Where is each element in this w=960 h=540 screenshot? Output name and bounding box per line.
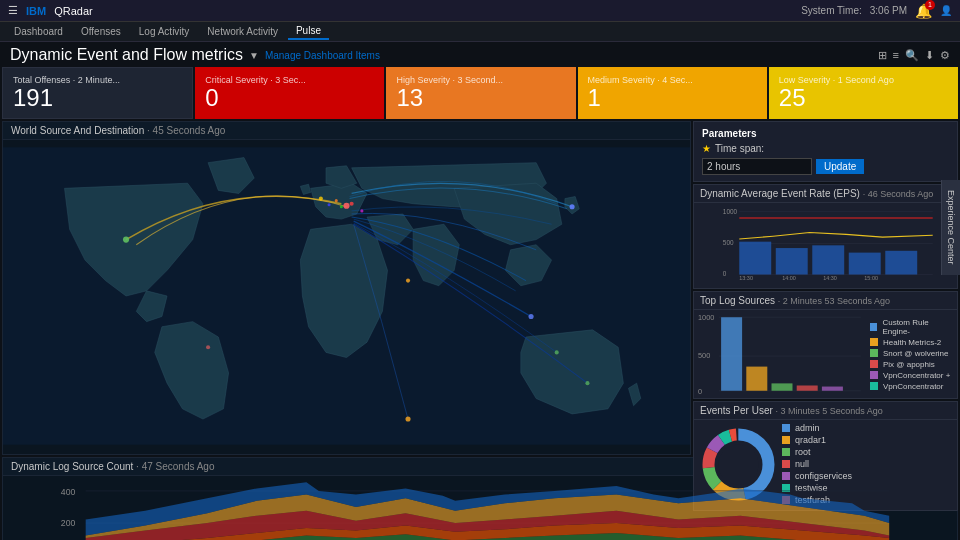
map-container: [3, 140, 690, 452]
map-panel-title: World Source And Destination · 45 Second…: [3, 122, 690, 140]
svg-text:0: 0: [698, 387, 702, 396]
eps-chart-panel: Dynamic Average Event Rate (EPS) · 46 Se…: [693, 184, 958, 289]
top-bar-left: ☰ IBM QRadar: [8, 4, 93, 17]
tab-offenses[interactable]: Offenses: [73, 24, 129, 39]
manage-dashboard-link[interactable]: Manage Dashboard Items: [265, 50, 380, 61]
params-time-row: ★ Time span:: [702, 143, 949, 154]
svg-text:15:00: 15:00: [864, 275, 878, 280]
svg-point-5: [406, 279, 410, 283]
metric-low: Low Severity · 1 Second Ago 25: [769, 67, 958, 119]
experience-center-tab[interactable]: Experience Center: [941, 180, 960, 275]
metric-high: High Severity · 3 Second... 13: [386, 67, 575, 119]
svg-text:1000: 1000: [723, 208, 738, 215]
system-time: 3:06 PM: [870, 5, 907, 16]
metric-total-value: 191: [13, 85, 182, 111]
svg-text:13:30: 13:30: [739, 275, 753, 280]
legend-null: null: [782, 459, 953, 469]
svg-rect-27: [885, 251, 917, 275]
params-time-label: Time span:: [715, 143, 764, 154]
legend-root: root: [782, 447, 953, 457]
log-sources-svg: 1000 500 0: [698, 312, 866, 396]
legend-qradar1: qradar1: [782, 435, 953, 445]
bottom-chart-svg: 400 200 14:10 14:30 15:00 14:50 15:00: [3, 476, 957, 540]
svg-point-3: [570, 204, 575, 209]
log-sources-body: 1000 500 0 Custom Ru: [694, 310, 957, 398]
ibm-logo: IBM: [26, 5, 46, 17]
download-icon[interactable]: ⬇: [925, 49, 934, 62]
metric-medium-value: 1: [588, 85, 757, 111]
world-map-svg: [3, 140, 690, 452]
log-sources-legend: Custom Rule Engine- Health Metrics-2 Sno…: [866, 312, 953, 396]
page-title: Dynamic Event and Flow metrics: [10, 46, 243, 64]
tab-network-activity[interactable]: Network Activity: [199, 24, 286, 39]
metric-critical-label: Critical Severity · 3 Sec...: [205, 75, 374, 85]
svg-rect-25: [812, 245, 844, 274]
log-sources-panel: Top Log Sources · 2 Minutes 53 Seconds A…: [693, 291, 958, 399]
tab-dashboard[interactable]: Dashboard: [6, 24, 71, 39]
main-content: World Source And Destination · 45 Second…: [0, 119, 960, 457]
tab-log-activity[interactable]: Log Activity: [131, 24, 198, 39]
system-time-label: System Time:: [801, 5, 862, 16]
legend-custom-rule: Custom Rule Engine-: [870, 318, 953, 336]
right-panel: Parameters ★ Time span: Update Dynamic A…: [693, 121, 958, 455]
svg-point-11: [335, 199, 338, 202]
svg-rect-23: [739, 242, 771, 275]
svg-point-7: [555, 350, 559, 354]
update-button[interactable]: Update: [816, 159, 864, 174]
legend-snort: Snort @ wolverine: [870, 349, 953, 358]
svg-point-1: [343, 203, 349, 209]
dropdown-arrow[interactable]: ▼: [249, 50, 259, 61]
legend-pix: Pix @ apophis: [870, 360, 953, 369]
svg-rect-40: [721, 317, 742, 391]
svg-point-12: [328, 203, 331, 206]
notification-bell[interactable]: 🔔 1: [915, 3, 932, 19]
hamburger-icon[interactable]: ☰: [8, 4, 18, 17]
qradar-title: QRadar: [54, 5, 93, 17]
log-sources-title: Top Log Sources · 2 Minutes 53 Seconds A…: [694, 292, 957, 310]
page-header: Dynamic Event and Flow metrics ▼ Manage …: [0, 42, 960, 67]
search-icon[interactable]: 🔍: [905, 49, 919, 62]
svg-point-9: [206, 345, 210, 349]
svg-point-4: [529, 314, 534, 319]
top-bar: ☰ IBM QRadar System Time: 3:06 PM 🔔 1 👤: [0, 0, 960, 22]
metric-medium: Medium Severity · 4 Sec... 1: [578, 67, 767, 119]
svg-point-14: [350, 202, 354, 206]
svg-point-6: [405, 416, 410, 421]
svg-point-2: [123, 237, 129, 243]
eps-chart-title: Dynamic Average Event Rate (EPS) · 46 Se…: [694, 185, 957, 203]
metric-critical-value: 0: [205, 85, 374, 111]
user-icon[interactable]: 👤: [940, 5, 952, 16]
metric-medium-label: Medium Severity · 4 Sec...: [588, 75, 757, 85]
svg-text:400: 400: [61, 487, 76, 497]
svg-rect-24: [776, 248, 808, 274]
tab-pulse[interactable]: Pulse: [288, 23, 329, 40]
params-title: Parameters: [702, 128, 949, 139]
metrics-row: Total Offenses · 2 Minute... 191 Critica…: [0, 67, 960, 119]
svg-rect-26: [849, 253, 881, 275]
list-icon[interactable]: ≡: [893, 49, 899, 61]
svg-text:500: 500: [698, 351, 710, 360]
grid-icon[interactable]: ⊞: [878, 49, 887, 62]
eps-chart-body: 1000 500 0: [694, 203, 957, 284]
toolbar-icons: ⊞ ≡ 🔍 ⬇ ⚙: [878, 49, 950, 62]
time-span-input[interactable]: [702, 158, 812, 175]
svg-rect-44: [822, 387, 843, 391]
metric-critical: Critical Severity · 3 Sec... 0: [195, 67, 384, 119]
svg-text:14:30: 14:30: [823, 275, 837, 280]
legend-vpn1: VpnConcentrator +: [870, 371, 953, 380]
metric-total: Total Offenses · 2 Minute... 191: [2, 67, 193, 119]
settings-icon[interactable]: ⚙: [940, 49, 950, 62]
svg-text:500: 500: [723, 239, 734, 246]
svg-point-15: [360, 209, 363, 212]
nav-tabs: Dashboard Offenses Log Activity Network …: [0, 22, 960, 42]
svg-text:0: 0: [723, 270, 727, 277]
legend-vpn2: VpnConcentrator: [870, 382, 953, 391]
svg-text:14:00: 14:00: [782, 275, 796, 280]
top-bar-right: System Time: 3:06 PM 🔔 1 👤: [801, 3, 952, 19]
svg-text:200: 200: [61, 518, 76, 528]
svg-rect-42: [772, 383, 793, 390]
legend-admin: admin: [782, 423, 953, 433]
svg-text:1000: 1000: [698, 313, 714, 322]
notification-badge: 1: [925, 0, 935, 10]
svg-point-13: [340, 205, 343, 208]
